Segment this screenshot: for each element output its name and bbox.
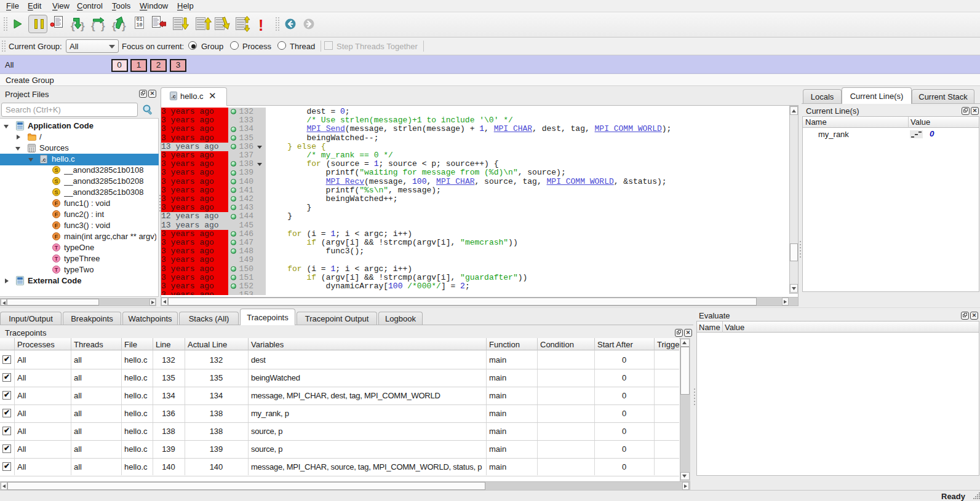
svg-text:.c: .c (171, 93, 176, 100)
svg-text:.c: .c (41, 157, 46, 163)
